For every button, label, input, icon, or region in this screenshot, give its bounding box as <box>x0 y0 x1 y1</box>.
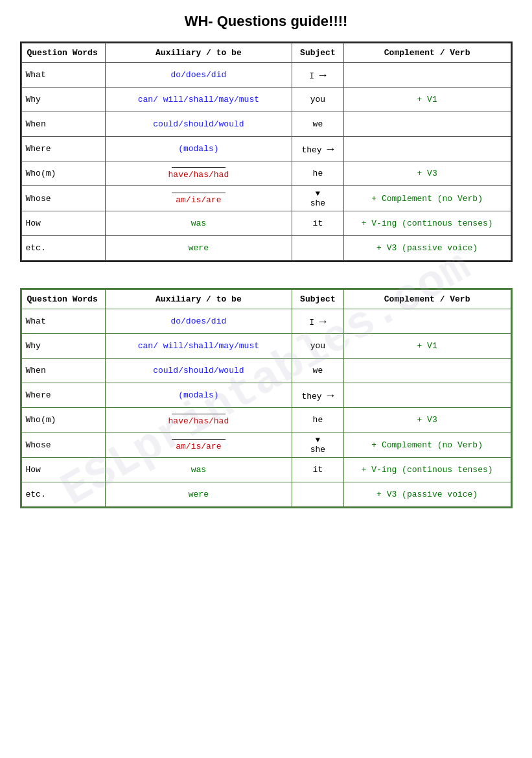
complement-cell: + V3 <box>343 408 511 432</box>
auxiliary-cell: can/ will/shall/may/must <box>105 88 292 112</box>
subject-cell: they → <box>292 383 344 408</box>
table2-header-complement: Complement / Verb <box>343 290 511 309</box>
question-word-cell: etc. <box>21 236 105 261</box>
auxiliary-cell: am/is/are <box>105 432 292 458</box>
complement-cell: + Complement (no Verb) <box>343 432 511 458</box>
complement-text: + V1 <box>417 95 437 104</box>
subject-cell: we <box>292 112 344 137</box>
subject-cell <box>292 482 344 507</box>
complement-cell <box>343 137 511 161</box>
table-row: Whycan/ will/shall/may/mustyou+ V1 <box>21 334 511 359</box>
table-row: Who(m)have/has/hadhe+ V3 <box>21 408 511 432</box>
question-word-cell: What <box>21 309 105 334</box>
table-row: Whoseam/is/are▼she+ Complement (no Verb) <box>21 432 511 458</box>
auxiliary-cell: do/does/did <box>105 63 292 88</box>
right-arrow-icon: → <box>327 143 334 156</box>
subject-cell: it <box>292 211 344 236</box>
subject-text: I <box>309 318 314 327</box>
auxiliary-cell: were <box>105 482 292 507</box>
table-row: Howwasit+ V-ing (continous tenses) <box>21 458 511 482</box>
complement-cell <box>343 112 511 137</box>
table-row: etc.were+ V3 (passive voice) <box>21 482 511 507</box>
auxiliary-cell: (modals) <box>105 137 292 161</box>
page-title: WH- Questions guide!!!! <box>185 13 348 30</box>
subject-text: they <box>301 392 321 401</box>
question-word-cell: Why <box>21 334 105 359</box>
question-word-cell: Who(m) <box>21 161 105 186</box>
subject-cell: it <box>292 458 344 482</box>
complement-text: + V1 <box>417 341 437 351</box>
table2-header-qwords: Question Words <box>21 290 105 309</box>
complement-text: + V3 <box>417 415 437 425</box>
complement-cell: + V3 (passive voice) <box>343 482 511 507</box>
table-row: Howwasit+ V-ing (continous tenses) <box>21 211 511 236</box>
down-arrow-icon: ▼ <box>316 189 320 198</box>
subject-text: she <box>310 445 325 455</box>
table2-header-row: Question Words Auxiliary / to be Subject… <box>21 290 511 309</box>
complement-cell: + V3 <box>343 161 511 186</box>
complement-cell: + V-ing (continous tenses) <box>343 211 511 236</box>
question-word-cell: Where <box>21 137 105 161</box>
header-auxiliary: Auxiliary / to be <box>105 43 292 63</box>
subject-cell: I → <box>292 63 344 88</box>
table-row: etc.were+ V3 (passive voice) <box>21 236 511 261</box>
auxiliary-cell: (modals) <box>105 383 292 408</box>
table-2: Question Words Auxiliary / to be Subject… <box>20 288 513 508</box>
subject-cell: you <box>292 334 344 359</box>
auxiliary-cell: have/has/had <box>105 408 292 432</box>
question-word-cell: etc. <box>21 482 105 507</box>
header-complement: Complement / Verb <box>343 43 511 63</box>
complement-text: + V3 (passive voice) <box>376 490 478 499</box>
question-word-cell: Whose <box>21 432 105 458</box>
complement-text: + V-ing (continous tenses) <box>362 219 493 228</box>
question-word-cell: How <box>21 458 105 482</box>
auxiliary-cell: was <box>105 458 292 482</box>
complement-cell: + Complement (no Verb) <box>343 186 511 211</box>
subject-cell: you <box>292 88 344 112</box>
table2-header-subject: Subject <box>292 290 344 309</box>
complement-cell <box>343 63 511 88</box>
subject-cell: they → <box>292 137 344 161</box>
subject-cell: he <box>292 161 344 186</box>
question-word-cell: Why <box>21 88 105 112</box>
table-row: Who(m)have/has/hadhe+ V3 <box>21 161 511 186</box>
complement-cell <box>343 383 511 408</box>
question-word-cell: How <box>21 211 105 236</box>
complement-text: + Complement (no Verb) <box>371 440 483 450</box>
complement-text: + V3 <box>417 169 437 178</box>
subject-text: she <box>310 198 325 208</box>
table-1: Question Words Auxiliary / to be Subject… <box>20 41 513 262</box>
complement-text: + Complement (no Verb) <box>371 194 483 204</box>
question-word-cell: When <box>21 359 105 383</box>
question-word-cell: Where <box>21 383 105 408</box>
subject-text: they <box>301 145 321 155</box>
table-header-row: Question Words Auxiliary / to be Subject… <box>21 43 511 63</box>
table2-header-auxiliary: Auxiliary / to be <box>105 290 292 309</box>
subject-cell: he <box>292 408 344 432</box>
auxiliary-cell: do/does/did <box>105 309 292 334</box>
table-row: Whatdo/does/didI → <box>21 309 511 334</box>
question-word-cell: Whose <box>21 186 105 211</box>
complement-cell <box>343 359 511 383</box>
subject-cell <box>292 236 344 261</box>
right-arrow-icon: → <box>319 315 327 328</box>
subject-cell: ▼she <box>292 186 344 211</box>
table-row: Where(modals)they → <box>21 383 511 408</box>
right-arrow-icon: → <box>319 69 327 82</box>
subject-cell: ▼she <box>292 432 344 458</box>
complement-cell: + V1 <box>343 334 511 359</box>
table-row: Whencould/should/wouldwe <box>21 112 511 137</box>
auxiliary-cell: could/should/would <box>105 112 292 137</box>
table-row: Whatdo/does/didI → <box>21 63 511 88</box>
auxiliary-cell: am/is/are <box>105 186 292 211</box>
table-row: Whoseam/is/are▼she+ Complement (no Verb) <box>21 186 511 211</box>
auxiliary-cell: could/should/would <box>105 359 292 383</box>
table-row: Whencould/should/wouldwe <box>21 359 511 383</box>
right-arrow-icon: → <box>327 389 334 402</box>
complement-cell: + V-ing (continous tenses) <box>343 458 511 482</box>
auxiliary-cell: was <box>105 211 292 236</box>
complement-cell: + V1 <box>343 88 511 112</box>
subject-cell: I → <box>292 309 344 334</box>
complement-text: + V-ing (continous tenses) <box>362 465 493 475</box>
auxiliary-cell: were <box>105 236 292 261</box>
